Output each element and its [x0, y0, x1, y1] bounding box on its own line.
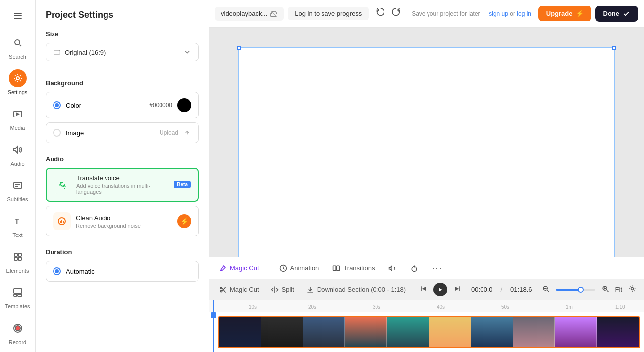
- scissors-icon: [219, 286, 227, 293]
- ruler-mark-40s: 40s: [437, 304, 445, 310]
- sidebar-item-help[interactable]: ?: [9, 350, 27, 352]
- svg-rect-11: [18, 257, 21, 260]
- animation-icon: [279, 264, 287, 272]
- upgrade-button[interactable]: Upgrade ⚡: [538, 6, 591, 21]
- hamburger-button[interactable]: [7, 5, 29, 29]
- sidebar-item-settings[interactable]: Settings: [0, 64, 35, 100]
- svg-line-1: [19, 45, 21, 47]
- undo-button[interactable]: [373, 5, 387, 22]
- sidebar-item-settings-label: Settings: [8, 89, 28, 95]
- track-content: [209, 312, 644, 352]
- sidebar-item-elements[interactable]: Elements: [0, 243, 35, 279]
- sidebar-item-audio[interactable]: Audio: [0, 136, 35, 172]
- translate-voice-card[interactable]: Translate voice Add voice translations i…: [46, 168, 199, 202]
- sidebar-item-text[interactable]: T Text: [0, 207, 35, 243]
- color-radio[interactable]: [53, 101, 61, 109]
- background-label: Background: [46, 79, 199, 87]
- svg-rect-9: [18, 253, 21, 256]
- duration-label: Duration: [46, 248, 199, 256]
- settings-title: Project Settings: [46, 10, 199, 20]
- sidebar-item-search[interactable]: Search: [0, 29, 35, 64]
- upload-icon: [183, 129, 191, 137]
- undo-icon: [376, 8, 384, 17]
- background-color-option[interactable]: Color #000000: [46, 92, 199, 118]
- background-image-option[interactable]: Image Upload: [46, 122, 199, 143]
- redo-button[interactable]: [389, 5, 404, 22]
- volume-icon: [388, 264, 396, 272]
- timeline-area: 10s 20s 30s 40s 50s 1m 1:10: [209, 300, 644, 352]
- sidebar-item-templates-label: Templates: [5, 303, 30, 309]
- download-section-button[interactable]: Download Section (0:00 - 1:18): [302, 284, 410, 295]
- magic-tools-button[interactable]: Magic Cut: [215, 262, 263, 274]
- svg-rect-24: [337, 266, 340, 271]
- skip-forward-button[interactable]: [451, 283, 463, 296]
- play-icon: [437, 287, 443, 293]
- chevron-down-icon: [183, 48, 191, 56]
- project-tab[interactable]: videoplayback...: [215, 7, 284, 21]
- timeline-track[interactable]: [209, 312, 644, 352]
- color-picker-btn[interactable]: [177, 98, 191, 112]
- top-bar: videoplayback... Log in to save progress: [209, 0, 644, 28]
- svg-line-35: [607, 290, 608, 292]
- svg-rect-14: [18, 294, 22, 296]
- clean-audio-card[interactable]: Clean Audio Remove background noise ⚡: [46, 206, 199, 236]
- upload-button[interactable]: Upload: [160, 129, 178, 136]
- translate-title: Translate voice: [76, 175, 169, 182]
- animation-button[interactable]: Animation: [275, 262, 323, 274]
- ruler-mark-1m: 1m: [566, 304, 573, 310]
- zoom-in-button[interactable]: [599, 283, 611, 296]
- done-button[interactable]: Done: [595, 6, 639, 22]
- video-strip[interactable]: [218, 316, 640, 348]
- duration-radio[interactable]: [53, 267, 61, 275]
- sidebar-item-media[interactable]: Media: [0, 100, 35, 136]
- color-value: #000000: [149, 102, 172, 109]
- sidebar-item-templates[interactable]: Templates: [0, 279, 35, 314]
- volume-button[interactable]: [384, 262, 400, 274]
- split-button[interactable]: Split: [267, 284, 298, 295]
- canvas-corner-tl: [237, 46, 241, 50]
- skip-back-button[interactable]: [418, 283, 429, 296]
- duration-automatic-option[interactable]: Automatic: [46, 261, 199, 282]
- main-area: videoplayback... Log in to save progress: [209, 0, 644, 352]
- size-value: Original (16:9): [65, 49, 106, 56]
- ruler-mark-30s: 30s: [373, 304, 380, 310]
- timeline-controls: Magic Cut Split Download Section (0:00 -…: [209, 279, 644, 300]
- more-icon: ···: [432, 263, 442, 273]
- settings-icon: [13, 73, 23, 83]
- transitions-button[interactable]: Transitions: [328, 262, 378, 274]
- timeline-settings-button[interactable]: [626, 283, 638, 296]
- svg-point-27: [220, 290, 222, 292]
- speed-button[interactable]: [406, 262, 422, 274]
- more-options-button[interactable]: ···: [428, 261, 446, 275]
- ruler-mark-50s: 50s: [501, 304, 509, 310]
- track-playhead: [213, 312, 214, 352]
- image-radio[interactable]: [53, 129, 61, 137]
- sign-up-link[interactable]: sign up: [489, 10, 508, 17]
- sidebar-item-record[interactable]: Record: [0, 314, 35, 350]
- clean-audio-text: Clean Audio Remove background noise: [76, 214, 172, 229]
- svg-point-0: [15, 40, 20, 45]
- zoom-slider[interactable]: [556, 289, 595, 291]
- zoom-out-button[interactable]: [540, 283, 552, 296]
- svg-rect-19: [54, 50, 60, 54]
- magic-wand-icon: [219, 264, 227, 272]
- elements-icon: [13, 252, 23, 262]
- upgrade-label: Upgrade: [546, 10, 573, 17]
- checkmark-icon: [622, 10, 630, 18]
- total-time: 01:18.6: [510, 286, 532, 293]
- canvas-frame[interactable]: [238, 47, 615, 260]
- svg-line-21: [224, 266, 225, 267]
- magic-cut-button[interactable]: Magic Cut: [215, 284, 263, 295]
- size-dropdown[interactable]: Original (16:9): [46, 43, 199, 61]
- timeline-ruler: 10s 20s 30s 40s 50s 1m 1:10: [209, 300, 644, 312]
- login-button[interactable]: Log in to save progress: [288, 7, 369, 20]
- log-in-link[interactable]: log in: [517, 10, 531, 17]
- clean-audio-upgrade-badge[interactable]: ⚡: [177, 214, 191, 228]
- fit-button[interactable]: Fit: [615, 286, 622, 293]
- sidebar-item-subtitles[interactable]: Subtitles: [0, 172, 35, 207]
- transitions-label: Transitions: [343, 264, 375, 272]
- search-icon: [13, 38, 23, 48]
- play-button[interactable]: [433, 283, 447, 296]
- magic-tools-label: Magic Cut: [230, 264, 259, 272]
- sidebar-item-audio-label: Audio: [10, 161, 24, 167]
